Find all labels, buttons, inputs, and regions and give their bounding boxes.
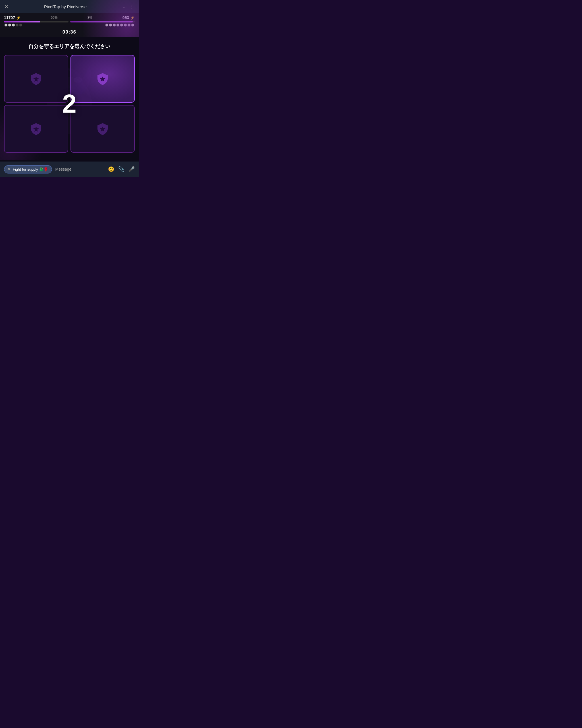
message-input-area[interactable]: Message (55, 167, 105, 172)
left-progress-track (4, 21, 68, 23)
right-progress-track (70, 21, 135, 23)
pill-close-icon[interactable]: ✕ (8, 167, 10, 171)
dot (116, 24, 119, 26)
close-button[interactable]: ✕ (4, 4, 8, 9)
message-placeholder: Message (55, 167, 72, 172)
shield-icon (96, 122, 109, 136)
shield-icon (29, 122, 43, 136)
right-percent: 3% (87, 16, 92, 20)
dot (109, 24, 112, 26)
timer-bar: 00:36 (0, 28, 139, 37)
dot (4, 24, 7, 26)
app-title: PixelTap by Pixelverse (44, 4, 87, 9)
left-progress-fill (4, 21, 40, 23)
dot (131, 24, 134, 26)
area-card-bottom-left[interactable] (4, 105, 68, 153)
progress-bars (4, 21, 135, 23)
area-card-top-right[interactable] (71, 55, 135, 103)
emoji-icon[interactable]: 😊 (108, 166, 114, 172)
attach-icon[interactable]: 📎 (118, 166, 124, 172)
fight-pill[interactable]: ✕ Fight for supply 🐉🥊 (4, 165, 52, 174)
stats-bar: 11707 ⚡ 56% 3% 953 ⚡ (0, 13, 139, 28)
dot (19, 24, 22, 26)
area-card-top-left[interactable] (4, 55, 68, 103)
left-dots (4, 24, 22, 26)
dot (113, 24, 116, 26)
top-bar-icons: ⌄ ⋮ (122, 4, 134, 9)
dot (105, 24, 108, 26)
message-bar: ✕ Fight for supply 🐉🥊 Message 😊 📎 🎤 (0, 161, 139, 177)
dot (124, 24, 127, 26)
dot (120, 24, 123, 26)
left-bolt-icon: ⚡ (16, 16, 21, 20)
game-title: 自分を守るエリアを選んでください (4, 43, 135, 50)
right-progress-fill (70, 21, 133, 23)
area-grid: 2 (4, 55, 135, 153)
left-score: 11707 ⚡ (4, 15, 21, 20)
top-bar: ✕ PixelTap by Pixelverse ⌄ ⋮ (0, 0, 139, 13)
chevron-down-button[interactable]: ⌄ (122, 4, 126, 9)
left-percent: 56% (51, 16, 57, 20)
right-bolt-icon: ⚡ (130, 16, 135, 20)
right-score: 953 ⚡ (122, 15, 135, 20)
fight-label: Fight for supply 🐉🥊 (13, 167, 48, 172)
shield-icon (96, 72, 109, 85)
dot (16, 24, 19, 26)
right-dots (105, 24, 134, 26)
menu-button[interactable]: ⋮ (130, 4, 134, 9)
timer-value: 00:36 (62, 29, 76, 35)
game-area: 自分を守るエリアを選んでください 2 (0, 37, 139, 171)
shield-icon (29, 72, 43, 85)
area-card-bottom-right[interactable] (71, 105, 135, 153)
message-icons: 😊 📎 🎤 (108, 166, 135, 172)
mic-icon[interactable]: 🎤 (129, 166, 135, 172)
dots-row (4, 24, 135, 26)
dot (8, 24, 11, 26)
dot (12, 24, 15, 26)
dot (128, 24, 131, 26)
